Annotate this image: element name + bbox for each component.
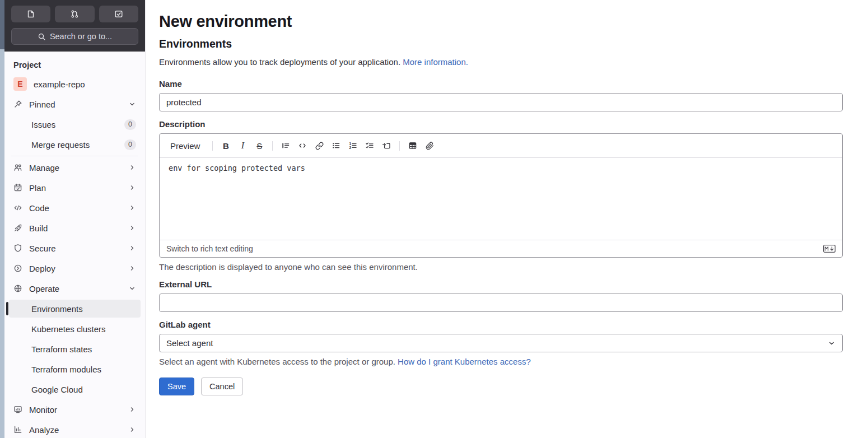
sidebar-item-project[interactable]: E example-repo: [9, 75, 141, 93]
sidebar-item-plan[interactable]: Plan: [9, 179, 141, 197]
numbered-list-icon: 12: [348, 141, 357, 150]
super-sidebar: Search or go to... Project E example-rep…: [4, 0, 146, 438]
sidebar-item-merge-requests[interactable]: Merge requests 0: [9, 136, 141, 153]
task-list-icon: [365, 141, 374, 150]
sidebar-item-label: Operate: [29, 284, 59, 293]
sidebar-item-analyze[interactable]: Analyze: [9, 421, 141, 438]
sidebar-item-deploy[interactable]: Deploy: [9, 259, 141, 277]
sidebar-item-label: Plan: [29, 183, 46, 193]
chevron-right-icon: [128, 426, 136, 434]
issues-count-badge: 0: [124, 119, 136, 130]
sidebar-item-kubernetes-clusters[interactable]: Kubernetes clusters: [9, 320, 141, 338]
chevron-right-icon: [128, 264, 136, 272]
window-edge-strip: [0, 0, 4, 438]
sidebar-item-monitor[interactable]: Monitor: [9, 400, 141, 418]
chevron-right-icon: [128, 224, 136, 232]
project-avatar: E: [13, 77, 27, 91]
sidebar-item-label: Deploy: [29, 264, 55, 273]
sidebar-item-label: Terraform modules: [31, 365, 101, 374]
chevron-down-icon: [128, 100, 136, 108]
sidebar-item-issues[interactable]: Issues 0: [9, 115, 141, 133]
merge-request-icon: [70, 10, 79, 18]
preview-button[interactable]: Preview: [166, 138, 204, 153]
merge-requests-shortcut-button[interactable]: [55, 6, 94, 22]
sidebar-item-build[interactable]: Build: [9, 219, 141, 237]
todo-shortcut-button[interactable]: [99, 6, 138, 22]
chevron-right-icon: [128, 204, 136, 212]
bullet-list-button[interactable]: [328, 138, 344, 153]
name-input[interactable]: [159, 93, 843, 111]
description-field-label: Description: [159, 119, 843, 129]
cancel-button[interactable]: Cancel: [201, 378, 243, 395]
name-field-label: Name: [159, 79, 843, 88]
description-help-text: The description is displayed to anyone w…: [159, 262, 843, 272]
project-section-label: Project: [9, 54, 141, 73]
agent-select[interactable]: Select agent: [159, 334, 843, 352]
issues-shortcut-button[interactable]: [11, 6, 50, 22]
sidebar-item-secure[interactable]: Secure: [9, 239, 141, 257]
chevron-down-icon: [128, 285, 136, 292]
search-icon: [38, 32, 46, 41]
task-list-button[interactable]: [362, 138, 377, 153]
chart-icon: [13, 425, 22, 434]
merge-requests-count-badge: 0: [124, 139, 136, 150]
quote-icon: [281, 141, 290, 150]
more-information-link[interactable]: More information.: [403, 57, 468, 67]
page-title: New environment: [159, 12, 843, 31]
main-content: New environment Environments Environment…: [146, 0, 868, 438]
sidebar-item-terraform-modules[interactable]: Terraform modules: [9, 360, 141, 378]
deploy-icon: [13, 264, 22, 273]
bullet-list-icon: [332, 141, 340, 150]
sidebar-item-label: Kubernetes clusters: [31, 324, 106, 334]
svg-text:1: 1: [349, 142, 352, 146]
table-button[interactable]: [405, 138, 421, 153]
toolbar-separator: [212, 141, 213, 151]
agent-help-text: Select an agent with Kubernetes access t…: [159, 357, 843, 366]
search-label: Search or go to...: [50, 32, 112, 41]
toolbar-separator: [272, 141, 273, 151]
sidebar-item-google-cloud[interactable]: Google Cloud: [9, 380, 141, 398]
todo-check-icon: [114, 10, 123, 18]
chevron-right-icon: [128, 164, 136, 171]
collapsible-section-button[interactable]: [379, 138, 394, 153]
code-icon: [298, 141, 307, 150]
link-button[interactable]: [311, 138, 327, 153]
agent-help-text-body: Select an agent with Kubernetes access t…: [159, 357, 398, 366]
bold-button[interactable]: B: [218, 138, 234, 153]
italic-button[interactable]: I: [235, 138, 250, 153]
external-url-input[interactable]: [159, 293, 843, 312]
rocket-icon: [13, 223, 22, 232]
numbered-list-button[interactable]: 12: [345, 138, 361, 153]
shield-icon: [13, 244, 22, 253]
sidebar-item-manage[interactable]: Manage: [9, 159, 141, 176]
svg-text:2: 2: [349, 146, 352, 150]
toolbar-separator: [399, 141, 400, 151]
attach-file-button[interactable]: [422, 138, 437, 153]
chevron-down-icon: [828, 339, 836, 347]
sidebar-item-label: Analyze: [29, 425, 59, 435]
sidebar-item-terraform-states[interactable]: Terraform states: [9, 340, 141, 358]
sidebar-item-pinned[interactable]: Pinned: [9, 95, 141, 113]
sidebar-item-label: Secure: [29, 244, 56, 253]
collapsible-section-icon: [382, 141, 391, 150]
switch-to-rich-text-link[interactable]: Switch to rich text editing: [166, 244, 253, 253]
project-name: example-repo: [34, 80, 85, 89]
sidebar-item-label: Environments: [31, 304, 83, 314]
sidebar-item-operate[interactable]: Operate: [9, 279, 141, 297]
search-input[interactable]: Search or go to...: [11, 28, 138, 45]
users-icon: [13, 163, 22, 172]
sidebar-item-environments[interactable]: Environments: [9, 300, 141, 318]
window-edge-strip-top: [0, 0, 4, 49]
sidebar-item-code[interactable]: Code: [9, 199, 141, 217]
sidebar-item-label: Terraform states: [31, 344, 92, 354]
sidebar-item-label: Monitor: [29, 405, 57, 414]
sidebar-item-label: Build: [29, 223, 48, 233]
quote-button[interactable]: [278, 138, 293, 153]
save-button[interactable]: Save: [159, 378, 194, 395]
strikethrough-button[interactable]: S: [251, 138, 267, 153]
code-button[interactable]: [295, 138, 310, 153]
sidebar-item-label: Issues: [31, 120, 55, 129]
description-textarea[interactable]: env for scoping protected vars: [160, 158, 842, 240]
kubernetes-access-link[interactable]: How do I grant Kubernetes access?: [398, 357, 531, 366]
issues-icon: [26, 10, 35, 18]
